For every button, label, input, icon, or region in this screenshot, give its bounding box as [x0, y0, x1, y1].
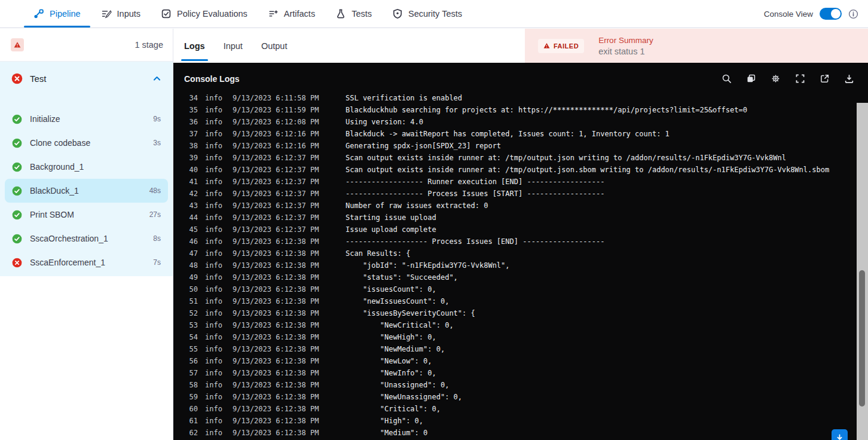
console-scrollbar-track[interactable]: [857, 103, 868, 440]
log-line-number: 40: [188, 166, 198, 174]
artifacts-icon: [268, 8, 279, 19]
log-message: "High": 0,: [346, 417, 423, 425]
tab-policy-evaluations[interactable]: Policy Evaluations: [161, 0, 247, 28]
log-line-46: 46info9/13/2023 6:12:38 PM--------------…: [173, 236, 868, 248]
log-level: info: [205, 154, 223, 162]
log-level: info: [205, 249, 223, 258]
step-sscaorchestration-1[interactable]: SscaOrchestration_18s: [5, 227, 168, 250]
step-background-1[interactable]: Background_1: [5, 155, 168, 179]
log-timestamp: 9/13/2023 6:11:59 PM: [233, 106, 320, 114]
step-print-sbom[interactable]: Print SBOM27s: [5, 203, 168, 227]
log-line-59: 59info9/13/2023 6:12:38 PM "NewUnassigne…: [173, 391, 868, 403]
log-timestamp: 9/13/2023 6:12:38 PM: [233, 309, 320, 317]
info-icon[interactable]: [848, 9, 858, 19]
step-duration: 3s: [153, 139, 161, 147]
log-level: info: [205, 261, 223, 270]
log-line-39: 39info9/13/2023 6:12:37 PMScan output ex…: [173, 152, 868, 164]
log-message: "jobId": "-n1FkEpdiw3Y7G-Vvk8Wnl",: [346, 261, 510, 270]
log-line-41: 41info9/13/2023 6:12:37 PM--------------…: [173, 176, 868, 188]
log-line-37: 37info9/13/2023 6:12:16 PMBlackduck -> a…: [173, 128, 868, 140]
log-line-47: 47info9/13/2023 6:12:38 PMScan Results: …: [173, 248, 868, 259]
log-line-number: 34: [188, 94, 198, 102]
settings-icon[interactable]: [771, 74, 781, 84]
log-level: info: [205, 213, 223, 222]
log-timestamp: 9/13/2023 6:12:38 PM: [233, 357, 320, 365]
scroll-to-bottom-button[interactable]: [832, 429, 848, 440]
log-message: "NewInfo": 0,: [346, 369, 436, 377]
failed-badge-label: FAILED: [554, 42, 579, 50]
chevron-up-icon[interactable]: [152, 74, 161, 83]
log-line-number: 54: [188, 333, 198, 341]
log-line-number: 35: [188, 106, 198, 114]
tab-inputs[interactable]: Inputs: [101, 0, 141, 28]
step-blackduck-1[interactable]: BlackDuck_148s: [5, 179, 168, 203]
log-line-55: 55info9/13/2023 6:12:38 PM "NewMedium": …: [173, 343, 868, 355]
log-timestamp: 9/13/2023 6:12:38 PM: [233, 237, 320, 246]
console-header: Console Logs: [173, 63, 868, 94]
fullscreen-icon[interactable]: [795, 74, 805, 84]
log-timestamp: 9/13/2023 6:12:38 PM: [233, 405, 320, 413]
step-initialize[interactable]: Initialize9s: [5, 107, 168, 131]
console-title: Console Logs: [184, 74, 240, 84]
log-line-56: 56info9/13/2023 6:12:38 PM "NewLow": 0,: [173, 355, 868, 367]
log-timestamp: 9/13/2023 6:12:38 PM: [233, 273, 320, 282]
log-timestamp: 9/13/2023 6:12:38 PM: [233, 285, 320, 294]
warning-icon: [14, 41, 21, 48]
log-timestamp: 9/13/2023 6:12:38 PM: [233, 393, 320, 401]
log-timestamp: 9/13/2023 6:12:37 PM: [233, 178, 320, 186]
log-tab-bar: LogsInputOutput: [173, 29, 525, 63]
log-message: Scan Results: {: [346, 249, 410, 258]
tab-input[interactable]: Input: [224, 29, 243, 63]
log-line-number: 39: [188, 154, 198, 162]
console-scrollbar-thumb[interactable]: [859, 270, 865, 407]
log-line-number: 49: [188, 273, 198, 282]
log-message: Generating spdx-json[SPDX_23] report: [346, 142, 501, 150]
log-line-48: 48info9/13/2023 6:12:38 PM "jobId": "-n1…: [173, 259, 868, 271]
pipeline-execution-page: PipelineInputsPolicy EvaluationsArtifact…: [0, 0, 868, 440]
tab-output[interactable]: Output: [261, 29, 288, 63]
step-sscaenforcement-1[interactable]: SscaEnforcement_17s: [5, 250, 168, 274]
console-view-toggle[interactable]: [820, 8, 842, 20]
log-line-number: 51: [188, 297, 198, 305]
step-duration: 48s: [149, 187, 161, 195]
search-icon[interactable]: [722, 74, 732, 84]
log-line-number: 58: [188, 381, 198, 389]
log-line-number: 61: [188, 417, 198, 425]
copy-icon[interactable]: [746, 74, 756, 84]
log-line-number: 60: [188, 405, 198, 413]
security-icon: [392, 8, 403, 19]
tab-logs[interactable]: Logs: [184, 29, 205, 63]
log-timestamp: 9/13/2023 6:12:38 PM: [233, 381, 320, 389]
step-label: BlackDuck_1: [30, 186, 79, 195]
log-level: info: [205, 297, 223, 305]
tab-pipeline[interactable]: Pipeline: [33, 0, 81, 28]
log-line-number: 44: [188, 213, 198, 222]
tab-label: Output: [261, 41, 288, 51]
stage-panel: Test Initialize9sClone codebase3sBackgro…: [0, 62, 173, 276]
open-in-new-icon[interactable]: [820, 74, 830, 84]
tab-tests[interactable]: Tests: [335, 0, 372, 28]
log-message: "NewMedium": 0,: [346, 345, 445, 353]
log-message: Issue upload complete: [346, 225, 436, 234]
stage-header[interactable]: Test: [0, 62, 173, 95]
step-clone-codebase[interactable]: Clone codebase3s: [5, 131, 168, 155]
step-label: Background_1: [30, 162, 84, 172]
log-timestamp: 9/13/2023 6:12:37 PM: [233, 190, 320, 198]
error-summary-title: Error Summary: [598, 36, 653, 45]
log-line-43: 43info9/13/2023 6:12:37 PMNumber of raw …: [173, 200, 868, 212]
tab-security-tests[interactable]: Security Tests: [392, 0, 462, 28]
log-timestamp: 9/13/2023 6:12:37 PM: [233, 225, 320, 234]
log-timestamp: 9/13/2023 6:12:16 PM: [233, 142, 320, 150]
log-line-number: 56: [188, 357, 198, 365]
check-circle-icon: [12, 210, 22, 220]
log-timestamp: 9/13/2023 6:12:37 PM: [233, 201, 320, 210]
log-line-number: 46: [188, 237, 198, 246]
tab-artifacts[interactable]: Artifacts: [268, 0, 315, 28]
log-timestamp: 9/13/2023 6:12:38 PM: [233, 249, 320, 258]
log-level: info: [205, 429, 223, 437]
download-icon[interactable]: [844, 74, 854, 84]
log-line-35: 35info9/13/2023 6:11:59 PMBlackduckhub s…: [173, 104, 868, 116]
log-level: info: [205, 94, 223, 102]
log-message: Using version: 4.0: [346, 118, 423, 126]
step-label: Initialize: [30, 114, 60, 124]
